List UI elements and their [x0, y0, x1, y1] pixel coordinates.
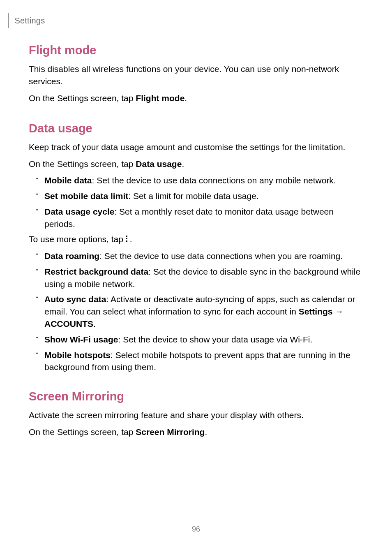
bold-text: Screen Mirroring	[136, 427, 205, 437]
content-column: Flight mode This disables all wireless f…	[29, 44, 366, 438]
svg-rect-2	[126, 240, 127, 242]
section-title-data-usage: Data usage	[29, 122, 366, 135]
breadcrumb: Settings	[15, 16, 45, 25]
text: .	[93, 319, 96, 328]
section-title-flight-mode: Flight mode	[29, 44, 366, 57]
body-text: This disables all wireless functions on …	[29, 63, 366, 88]
list-item: Mobile hotspots: Select mobile hotspots …	[29, 349, 366, 374]
list-item: Show Wi-Fi usage: Set the device to show…	[29, 333, 366, 346]
text: .	[130, 234, 132, 244]
arrow-icon: →	[333, 307, 344, 316]
bold-text: Show Wi-Fi usage	[44, 335, 118, 344]
list-item: Data roaming: Set the device to use data…	[29, 250, 366, 262]
bullet-list: Mobile data: Set the device to use data …	[29, 174, 366, 230]
text: .	[205, 427, 207, 437]
bold-text: Auto sync data	[44, 294, 106, 304]
body-text: Activate the screen mirroring feature an…	[29, 409, 366, 421]
list-item: Restrict background data: Set the device…	[29, 266, 366, 290]
body-text: On the Settings screen, tap Screen Mirro…	[29, 426, 366, 438]
text: .	[182, 159, 184, 169]
page: Settings Flight mode This disables all w…	[0, 0, 392, 555]
bold-text: Mobile data	[44, 176, 92, 185]
text: On the Settings screen, tap	[29, 159, 136, 169]
svg-rect-0	[126, 236, 127, 237]
bold-text: Data usage cycle	[44, 207, 114, 216]
text: On the Settings screen, tap	[29, 93, 136, 103]
bold-text: Data roaming	[44, 251, 99, 261]
bold-text: Settings	[299, 307, 333, 316]
list-item: Data usage cycle: Set a monthly reset da…	[29, 206, 366, 230]
body-text: To use more options, tap .	[29, 233, 366, 245]
text: : Set the device to use data connections…	[92, 176, 336, 185]
header-rule	[8, 13, 9, 28]
body-text: Keep track of your data usage amount and…	[29, 141, 366, 153]
list-item: Mobile data: Set the device to use data …	[29, 174, 366, 187]
bold-text: Data usage	[136, 159, 182, 169]
bold-text: ACCOUNTS	[44, 319, 93, 328]
header: Settings	[8, 13, 45, 28]
text: .	[184, 93, 187, 103]
text: : Set the device to show your data usage…	[118, 335, 312, 344]
list-item: Set mobile data limit: Set a limit for m…	[29, 190, 366, 202]
bold-text: Restrict background data	[44, 267, 148, 276]
bold-text: Set mobile data limit	[44, 191, 128, 201]
bold-text: Mobile hotspots	[44, 350, 111, 360]
list-item: Auto sync data: Activate or deactivate a…	[29, 293, 366, 330]
text: : Set the device to use data connections…	[99, 251, 343, 261]
bold-text: Flight mode	[136, 93, 184, 103]
section-title-screen-mirroring: Screen Mirroring	[29, 390, 366, 403]
bullet-list: Data roaming: Set the device to use data…	[29, 250, 366, 373]
body-text: On the Settings screen, tap Flight mode.	[29, 92, 366, 104]
text: : Set a limit for mobile data usage.	[128, 191, 259, 201]
page-number: 96	[0, 525, 392, 534]
more-options-icon	[126, 236, 130, 243]
svg-rect-1	[126, 238, 127, 239]
text: To use more options, tap	[29, 234, 126, 244]
body-text: On the Settings screen, tap Data usage.	[29, 158, 366, 170]
text: On the Settings screen, tap	[29, 427, 136, 437]
